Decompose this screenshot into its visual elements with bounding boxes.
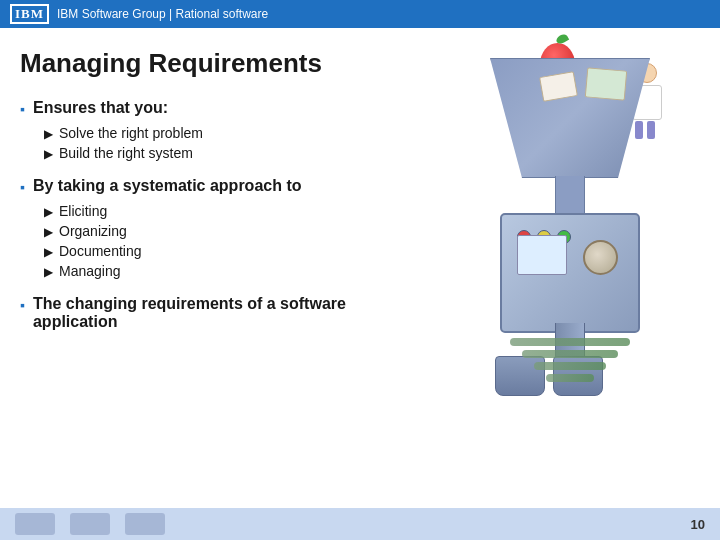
build-text: Build the right system — [59, 145, 193, 161]
sub-bullet-managing: ▶ Managing — [44, 263, 420, 279]
solve-text: Solve the right problem — [59, 125, 203, 141]
footer-icons — [15, 513, 165, 535]
tornado-swirl — [510, 338, 630, 398]
sub-bullet-build: ▶ Build the right system — [44, 145, 420, 161]
tornado-line-2 — [522, 350, 618, 358]
bullet-icon-ensures: ▪ — [20, 101, 25, 117]
sub-bullet-icon-4: ▶ — [44, 225, 53, 239]
scientist-leg-left — [635, 121, 643, 139]
main-bullet-changing: ▪ The changing requirements of a softwar… — [20, 295, 420, 331]
footer: 10 — [0, 508, 720, 540]
sub-bullet-icon-1: ▶ — [44, 127, 53, 141]
section-changing: ▪ The changing requirements of a softwar… — [20, 295, 420, 331]
left-panel: Managing Requirements ▪ Ensures that you… — [20, 48, 440, 508]
sub-bullet-solve: ▶ Solve the right problem — [44, 125, 420, 141]
machine-body — [500, 213, 640, 333]
main-content: Managing Requirements ▪ Ensures that you… — [0, 28, 720, 518]
managing-text: Managing — [59, 263, 121, 279]
footer-icon-2 — [70, 513, 110, 535]
funnel-item-1 — [539, 71, 578, 102]
systematic-sub-bullets: ▶ Eliciting ▶ Organizing ▶ Documenting ▶… — [44, 203, 420, 279]
main-bullet-ensures: ▪ Ensures that you: — [20, 99, 420, 117]
footer-icon-3 — [125, 513, 165, 535]
sub-bullet-icon-6: ▶ — [44, 265, 53, 279]
page-title: Managing Requirements — [20, 48, 420, 79]
funnel-top — [490, 58, 650, 178]
right-illustration — [440, 48, 700, 508]
ensures-sub-bullets: ▶ Solve the right problem ▶ Build the ri… — [44, 125, 420, 161]
changing-text-2: application — [33, 313, 346, 331]
header-subtitle: IBM Software Group | Rational software — [57, 7, 268, 21]
systematic-heading: By taking a systematic approach to — [33, 177, 302, 195]
sub-bullet-icon-5: ▶ — [44, 245, 53, 259]
tornado-line-1 — [510, 338, 630, 346]
ibm-logo: IBM — [10, 4, 49, 24]
main-bullet-systematic: ▪ By taking a systematic approach to — [20, 177, 420, 195]
machine-dial — [583, 240, 618, 275]
section-ensures: ▪ Ensures that you: ▶ Solve the right pr… — [20, 99, 420, 161]
changing-text-1: The changing requirements of a software — [33, 295, 346, 313]
footer-icon-1 — [15, 513, 55, 535]
sub-bullet-documenting: ▶ Documenting — [44, 243, 420, 259]
bullet-icon-changing: ▪ — [20, 297, 25, 313]
section-systematic: ▪ By taking a systematic approach to ▶ E… — [20, 177, 420, 279]
funnel-item-2 — [585, 67, 627, 100]
apple-leaf — [555, 33, 569, 46]
page-number: 10 — [691, 517, 705, 532]
tornado-line-4 — [546, 374, 594, 382]
sub-bullet-icon-2: ▶ — [44, 147, 53, 161]
robot-funnel-illustration — [460, 58, 680, 408]
tornado-line-3 — [534, 362, 606, 370]
sub-bullet-icon-3: ▶ — [44, 205, 53, 219]
header-bar: IBM IBM Software Group | Rational softwa… — [0, 0, 720, 28]
documenting-text: Documenting — [59, 243, 142, 259]
sub-bullet-organizing: ▶ Organizing — [44, 223, 420, 239]
sub-bullet-eliciting: ▶ Eliciting — [44, 203, 420, 219]
scientist-legs — [635, 121, 670, 139]
organizing-text: Organizing — [59, 223, 127, 239]
bullet-icon-systematic: ▪ — [20, 179, 25, 195]
eliciting-text: Eliciting — [59, 203, 107, 219]
machine-screen — [517, 235, 567, 275]
ensures-heading: Ensures that you: — [33, 99, 168, 117]
scientist-leg-right — [647, 121, 655, 139]
